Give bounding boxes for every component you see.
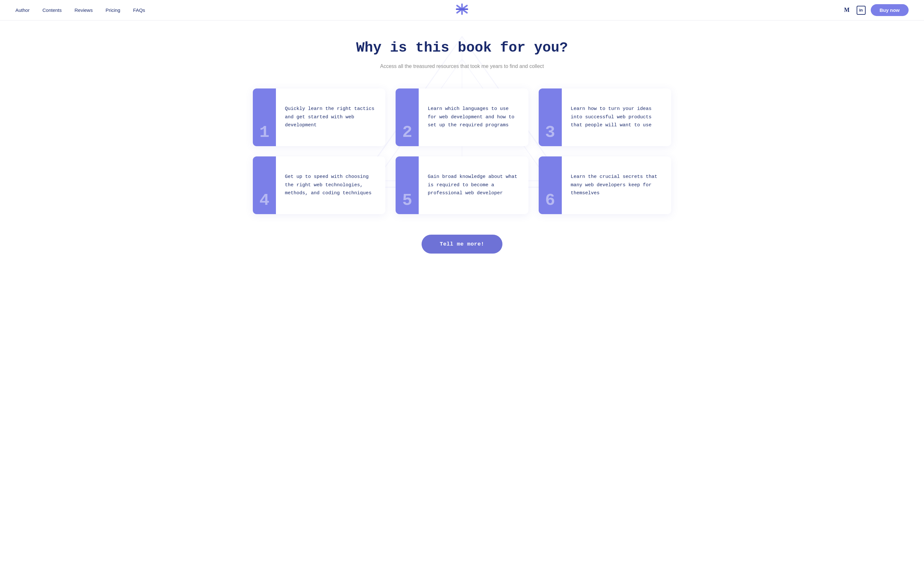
card-text: Gain broad knowledge about what is requi… xyxy=(428,173,519,197)
card-number-bar: 4 xyxy=(253,156,276,214)
card-content: Quickly learn the right tactics and get … xyxy=(276,89,385,146)
card-content: Learn the crucial secrets that many web … xyxy=(562,156,671,214)
nav-links: Author Contents Reviews Pricing FAQs xyxy=(15,7,145,13)
cards-grid: 1 Quickly learn the right tactics and ge… xyxy=(253,89,671,214)
card-text: Quickly learn the right tactics and get … xyxy=(285,105,376,129)
card-item: 1 Quickly learn the right tactics and ge… xyxy=(253,89,385,146)
nav-item-reviews[interactable]: Reviews xyxy=(74,7,93,13)
nav-item-author[interactable]: Author xyxy=(15,7,29,13)
cta-section: Tell me more! xyxy=(253,235,671,253)
site-logo xyxy=(453,3,471,17)
nav-item-contents[interactable]: Contents xyxy=(42,7,61,13)
card-number-bar: 3 xyxy=(539,89,562,146)
card-number-bar: 6 xyxy=(539,156,562,214)
card-text: Learn the crucial secrets that many web … xyxy=(571,173,662,197)
card-content: Learn how to turn your ideas into succes… xyxy=(562,89,671,146)
main-content: Why is this book for you? Access all the… xyxy=(237,21,687,279)
card-text: Get up to speed with choosing the right … xyxy=(285,173,376,197)
nav-right-section: M in Buy now xyxy=(843,4,909,16)
card-content: Gain broad knowledge about what is requi… xyxy=(419,156,528,214)
card-text: Learn how to turn your ideas into succes… xyxy=(571,105,662,129)
navbar: Author Contents Reviews Pricing FAQs M i… xyxy=(0,0,924,21)
card-item: 3 Learn how to turn your ideas into succ… xyxy=(539,89,671,146)
medium-icon[interactable]: M xyxy=(843,6,851,15)
tell-more-button[interactable]: Tell me more! xyxy=(422,235,502,253)
card-number: 6 xyxy=(545,192,555,209)
card-number-bar: 2 xyxy=(396,89,419,146)
linkedin-icon[interactable]: in xyxy=(857,6,866,15)
card-text: Learn which languages to use for web dev… xyxy=(428,105,519,129)
card-number: 4 xyxy=(259,192,269,209)
card-item: 6 Learn the crucial secrets that many we… xyxy=(539,156,671,214)
heading-section: Why is this book for you? Access all the… xyxy=(253,40,671,71)
card-number: 3 xyxy=(545,124,555,141)
buy-now-button[interactable]: Buy now xyxy=(871,4,909,16)
card-number: 1 xyxy=(259,124,269,141)
section-subtitle: Access all the treasured resources that … xyxy=(253,62,671,71)
card-item: 5 Gain broad knowledge about what is req… xyxy=(396,156,528,214)
card-content: Learn which languages to use for web dev… xyxy=(419,89,528,146)
card-number: 5 xyxy=(402,192,412,209)
section-title: Why is this book for you? xyxy=(253,40,671,56)
card-number-bar: 1 xyxy=(253,89,276,146)
card-item: 4 Get up to speed with choosing the righ… xyxy=(253,156,385,214)
nav-item-pricing[interactable]: Pricing xyxy=(105,7,120,13)
card-number-bar: 5 xyxy=(396,156,419,214)
card-number: 2 xyxy=(402,124,412,141)
card-item: 2 Learn which languages to use for web d… xyxy=(396,89,528,146)
nav-item-faqs[interactable]: FAQs xyxy=(133,7,145,13)
card-content: Get up to speed with choosing the right … xyxy=(276,156,385,214)
